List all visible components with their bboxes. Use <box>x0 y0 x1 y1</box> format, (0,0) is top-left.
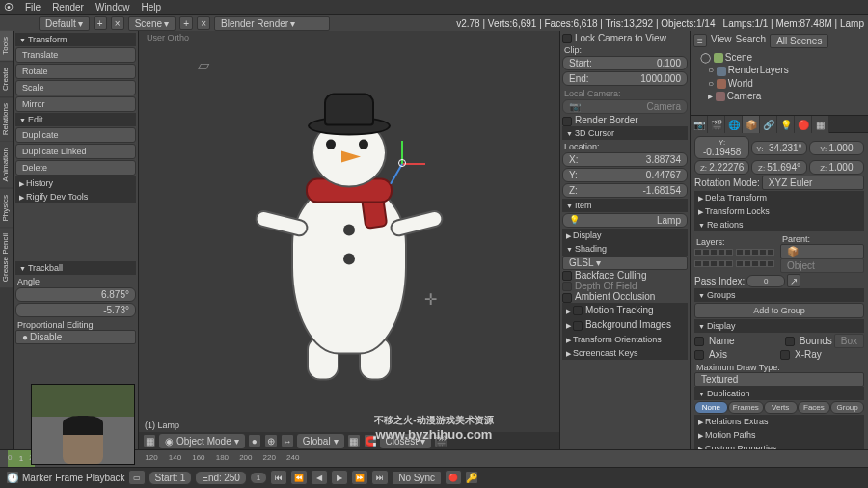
parent-field[interactable]: 📦 <box>780 244 864 258</box>
tab-animation[interactable]: Animation <box>0 142 13 188</box>
tab-render-icon[interactable]: 📷 <box>691 116 708 133</box>
relations-extras-header[interactable]: Relations Extras <box>694 415 864 428</box>
cursor-z-field[interactable]: Z:-1.68154 <box>562 183 688 198</box>
cursor-header[interactable]: 3D Cursor <box>562 126 688 140</box>
rot-z-field[interactable]: Z: 51.694° <box>751 160 806 175</box>
menu-render[interactable]: Render <box>52 2 84 13</box>
display-header-2[interactable]: Display <box>694 319 864 333</box>
3d-viewport[interactable]: User Ortho ✛ ▱ (1) Lamp ▦ ◉ Object Mode … <box>139 31 559 449</box>
tab-data-icon[interactable]: 💡 <box>777 116 795 133</box>
lock-camera-checkbox[interactable] <box>562 34 572 43</box>
keyframe-prev-icon[interactable]: ⏪ <box>290 470 308 485</box>
outliner-search[interactable]: Search <box>736 34 767 48</box>
axis-checkbox[interactable] <box>694 350 704 360</box>
mode-dropdown[interactable]: ◉ Object Mode ▾ <box>159 434 245 448</box>
transform-header[interactable]: Transform <box>15 33 136 46</box>
transform-orient-header[interactable]: Transform Orientations <box>562 333 688 346</box>
outliner-editor-icon[interactable]: ≡ <box>693 34 707 47</box>
menu-frame[interactable]: Frame <box>55 473 83 483</box>
autokey-icon[interactable]: 🔴 <box>445 470 462 485</box>
menu-file[interactable]: File <box>25 2 41 13</box>
tree-world[interactable]: ○ World <box>696 77 866 90</box>
scale-button[interactable]: Scale <box>15 80 136 95</box>
translate-button[interactable]: Translate <box>15 47 136 63</box>
orientation-dropdown[interactable]: Global ▾ <box>297 434 344 448</box>
angle-field-2[interactable]: -5.73° <box>15 303 136 317</box>
angle-field-1[interactable]: 6.875° <box>15 287 136 302</box>
play-icon[interactable]: ▶ <box>331 470 348 485</box>
render-preview-icon[interactable]: 🎬 <box>434 434 448 447</box>
add-to-group-button[interactable]: Add to Group <box>694 303 864 318</box>
bounds-type-dropdown[interactable]: Box <box>834 334 864 348</box>
outliner-view[interactable]: View <box>711 34 732 48</box>
layers-grid[interactable] <box>694 249 774 271</box>
pass-index-field[interactable]: 0 <box>746 275 785 287</box>
tree-renderlayers[interactable]: ○ RenderLayers <box>696 64 866 76</box>
duplicate-button[interactable]: Duplicate <box>15 127 136 143</box>
cursor-y-field[interactable]: Y:-0.44767 <box>562 168 688 182</box>
add-scene-button[interactable]: + <box>179 16 193 30</box>
cursor-x-field[interactable]: X:3.88734 <box>562 152 688 167</box>
menu-playback[interactable]: Playback <box>86 473 125 483</box>
trackball-header[interactable]: Trackball <box>15 261 136 275</box>
tree-camera[interactable]: ▸ Camera <box>696 90 866 102</box>
jump-start-icon[interactable]: ⏮ <box>270 470 287 485</box>
snowman-mesh[interactable] <box>262 80 436 389</box>
layers-icon[interactable]: ▦ <box>347 434 361 447</box>
transform-manipulator[interactable] <box>383 144 421 182</box>
motion-paths-header[interactable]: Motion Paths <box>694 428 864 442</box>
relations-header[interactable]: Relations <box>694 218 864 231</box>
add-layout-button[interactable]: + <box>94 16 107 30</box>
menu-marker[interactable]: Marker <box>22 473 52 483</box>
manipulator-icon[interactable]: ↔ <box>281 434 294 447</box>
groups-header[interactable]: Groups <box>694 288 864 302</box>
ao-checkbox[interactable] <box>562 293 572 303</box>
bounds-checkbox[interactable] <box>785 337 795 346</box>
dup-frames-button[interactable]: Frames <box>728 401 764 414</box>
max-draw-dropdown[interactable]: Textured <box>694 372 864 387</box>
keyframe-next-icon[interactable]: ⏩ <box>351 470 368 485</box>
rot-y-field[interactable]: Y: -34.231° <box>751 141 806 155</box>
remove-scene-button[interactable]: × <box>197 16 210 30</box>
scale-y-field[interactable]: Y: 1.000 <box>809 141 864 155</box>
tree-scene[interactable]: ◯ Scene <box>696 51 866 64</box>
timeline-editor-icon[interactable]: 🕐 <box>6 471 19 484</box>
sync-dropdown[interactable]: No Sync <box>392 471 442 485</box>
tab-physics[interactable]: Physics <box>0 189 13 228</box>
tab-world-icon[interactable]: 🌐 <box>725 116 743 133</box>
render-border-checkbox[interactable] <box>562 117 572 126</box>
screen-layout-dropdown[interactable]: Default ▾ <box>39 16 90 31</box>
remove-layout-button[interactable]: × <box>111 16 124 30</box>
tab-scene-icon[interactable]: 🎬 <box>708 116 725 133</box>
clip-start-field[interactable]: Start:0.100 <box>562 56 688 70</box>
custom-props-header[interactable]: Custom Properties <box>694 442 864 449</box>
rotation-mode-dropdown[interactable]: XYZ Euler <box>762 176 864 190</box>
loc-z-field[interactable]: Z: 2.22276 <box>694 160 749 175</box>
key-insert-icon[interactable]: 🔑 <box>465 471 478 484</box>
glsl-dropdown[interactable]: GLSL ▾ <box>562 256 688 270</box>
range-toggle-icon[interactable]: ▭ <box>128 470 146 485</box>
outliner-filter-dropdown[interactable]: All Scenes <box>770 34 828 48</box>
scale-z-field[interactable]: Z: 1.000 <box>809 160 864 175</box>
prop-edit-dropdown[interactable]: ● Disable <box>15 330 136 344</box>
duplicate-linked-button[interactable]: Duplicate Linked <box>15 144 136 159</box>
loc-y-field[interactable]: Y: -0.19458 <box>694 136 749 159</box>
tab-material-icon[interactable]: 🔴 <box>795 116 812 133</box>
end-frame-field[interactable]: End: 250 <box>195 471 247 485</box>
name-checkbox[interactable] <box>694 337 704 346</box>
dof-checkbox[interactable] <box>562 282 572 291</box>
pass-index-eyedrop-icon[interactable]: ↗ <box>787 274 800 287</box>
tab-texture-icon[interactable]: ▦ <box>812 116 829 133</box>
menu-help[interactable]: Help <box>142 2 162 13</box>
rotate-button[interactable]: Rotate <box>15 64 136 79</box>
pivot-icon[interactable]: ⊕ <box>264 434 278 447</box>
parent-type-dropdown[interactable]: Object <box>780 258 864 273</box>
tab-relations[interactable]: Relations <box>0 97 13 141</box>
clip-end-field[interactable]: End:1000.000 <box>562 71 688 86</box>
tab-object-icon[interactable]: 📦 <box>743 116 760 133</box>
display-header[interactable]: Display <box>562 229 688 242</box>
delta-transform-header[interactable]: Delta Transform <box>694 191 864 204</box>
current-frame-field[interactable]: 1 <box>250 472 267 484</box>
rigify-header[interactable]: Rigify Dev Tools <box>15 190 136 203</box>
tab-tools[interactable]: Tools <box>0 31 13 61</box>
